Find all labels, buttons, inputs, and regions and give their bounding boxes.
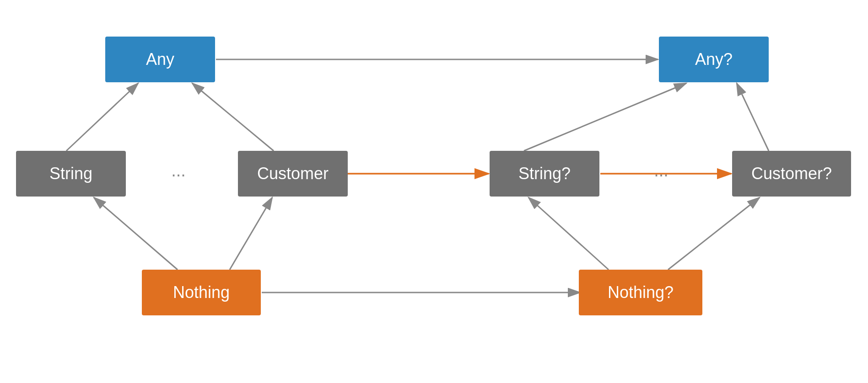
arrow-nothingq-to-customerq <box>668 197 760 270</box>
node-customer-label: Customer <box>257 164 329 183</box>
arrow-stringq-to-anyq <box>524 83 686 151</box>
node-customerq-label: Customer? <box>751 164 832 183</box>
node-any-label: Any <box>146 50 174 69</box>
node-nothingq-label: Nothing? <box>608 283 674 302</box>
node-nothing-label: Nothing <box>173 283 230 302</box>
node-string-label: String <box>49 164 92 183</box>
arrow-nothingq-to-stringq <box>528 197 609 270</box>
node-stringq-label: String? <box>518 164 571 183</box>
dots-left: ··· <box>171 165 186 184</box>
diagram-svg: ··· ··· Any String Customer Nothing Any?… <box>0 0 868 383</box>
diagram-container: ··· ··· Any String Customer Nothing Any?… <box>0 0 868 383</box>
node-anyq-label: Any? <box>695 50 733 69</box>
dots-right: ··· <box>654 165 669 184</box>
arrow-nothing-to-string <box>94 197 178 270</box>
arrow-customer-to-any <box>192 83 274 151</box>
arrow-nothing-to-customer <box>230 197 272 270</box>
arrow-string-to-any <box>66 83 138 151</box>
arrow-customerq-to-anyq <box>737 83 769 151</box>
